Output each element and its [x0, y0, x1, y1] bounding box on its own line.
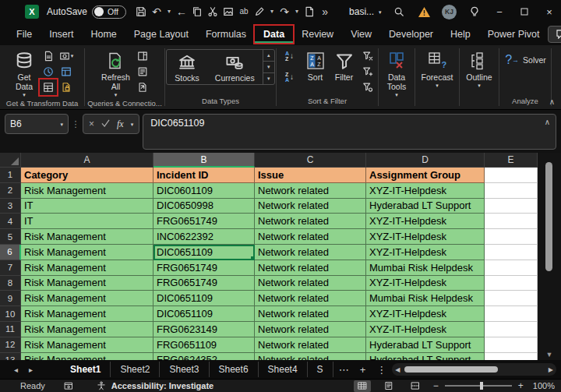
- cell-C5[interactable]: Network related: [255, 229, 366, 245]
- formula-bar[interactable]: DIC0651109 ∧: [143, 114, 556, 150]
- cell-C2[interactable]: Network related: [255, 183, 366, 199]
- row-header-11[interactable]: 11: [0, 322, 21, 337]
- cell-B10[interactable]: DIC0651109: [153, 306, 255, 322]
- cell-A2[interactable]: Risk Management: [21, 183, 153, 199]
- zoom-slider-thumb[interactable]: [480, 382, 483, 390]
- redo-icon[interactable]: ↷: [277, 5, 291, 19]
- cell-D4[interactable]: XYZ-IT-Helpdesk: [366, 214, 485, 229]
- clear-filter-icon[interactable]: [360, 49, 376, 63]
- formula-bar-handle[interactable]: ⋮: [72, 114, 79, 134]
- get-data-button[interactable]: Get Data ▾: [10, 48, 38, 99]
- cell-E8[interactable]: [485, 276, 538, 291]
- next-sheet-icon[interactable]: ▸: [29, 366, 33, 374]
- cell-B7[interactable]: FRG0651749: [153, 260, 255, 276]
- ribbon-tab-page-layout[interactable]: Page Layout: [125, 26, 197, 43]
- row-header-1[interactable]: 1: [0, 168, 21, 183]
- sheet-tab-sheet3[interactable]: Sheet3: [160, 362, 209, 377]
- cell-C7[interactable]: Network related: [255, 260, 366, 276]
- column-header-A[interactable]: A: [21, 153, 153, 168]
- zoom-level[interactable]: 100%: [533, 381, 555, 390]
- chevron-down-icon[interactable]: ▾: [165, 5, 173, 19]
- name-box[interactable]: B6 ▾: [5, 114, 69, 134]
- cell-C13[interactable]: Network related: [255, 353, 366, 360]
- cell-E12[interactable]: [485, 337, 538, 353]
- ribbon-tab-help[interactable]: Help: [442, 26, 479, 43]
- search-icon[interactable]: [392, 5, 406, 19]
- row-header-12[interactable]: 12: [0, 337, 21, 353]
- filter-button[interactable]: Filter: [331, 48, 358, 83]
- cell-B13[interactable]: FRG0624352: [153, 353, 255, 360]
- row-header-13[interactable]: 13: [0, 353, 21, 360]
- lightbulb-icon[interactable]: [468, 5, 482, 19]
- column-header-C[interactable]: C: [255, 153, 366, 168]
- cell-C8[interactable]: Network related: [255, 276, 366, 291]
- zoom-in-button[interactable]: +: [518, 380, 524, 391]
- gallery-expand-icon[interactable]: ▾: [263, 72, 274, 84]
- collapse-formula-bar-icon[interactable]: ∧: [545, 118, 550, 126]
- ribbon-tab-power-pivot[interactable]: Power Pivot: [479, 26, 549, 43]
- zoom-out-button[interactable]: −: [433, 380, 439, 391]
- previous-sheet-icon[interactable]: ◂: [14, 366, 18, 374]
- sheet-options-icon[interactable]: ⋮: [371, 364, 392, 376]
- find-replace-icon[interactable]: ab: [237, 5, 251, 19]
- edit-links-icon[interactable]: [135, 80, 150, 94]
- document-title[interactable]: basi... ▾: [349, 6, 382, 17]
- row-header-6[interactable]: 6: [0, 245, 21, 260]
- sheet-tab-s[interactable]: S: [308, 362, 333, 377]
- cell-E3[interactable]: [485, 199, 538, 214]
- select-all-button[interactable]: [0, 153, 21, 168]
- cell-C9[interactable]: Network related: [255, 291, 366, 306]
- cell-E10[interactable]: [485, 306, 538, 322]
- gallery-up-icon[interactable]: ▴: [263, 50, 274, 61]
- page-break-view-icon[interactable]: [407, 380, 424, 392]
- cell-E13[interactable]: [485, 353, 538, 360]
- ribbon-tab-view[interactable]: View: [342, 26, 380, 43]
- cell-E2[interactable]: [485, 183, 538, 199]
- undo-icon[interactable]: ↶: [150, 5, 164, 19]
- from-picture-icon[interactable]: ▾: [58, 49, 74, 63]
- row-header-10[interactable]: 10: [0, 306, 21, 322]
- sheet-tab-sheet6[interactable]: Sheet6: [210, 362, 259, 377]
- cell-A3[interactable]: IT: [21, 199, 153, 214]
- new-file-icon[interactable]: [302, 5, 316, 19]
- data-tools-button[interactable]: Data Tools ▾: [383, 48, 410, 99]
- collapse-ribbon-icon[interactable]: ∧: [549, 97, 555, 106]
- cell-E11[interactable]: [485, 322, 538, 337]
- cell-A12[interactable]: Risk Management: [21, 337, 153, 353]
- cell-D2[interactable]: XYZ-IT-Helpdesk: [366, 183, 485, 199]
- column-header-E[interactable]: E: [485, 153, 538, 168]
- column-header-B[interactable]: B: [153, 153, 255, 168]
- warning-icon[interactable]: [417, 5, 431, 19]
- ribbon-tab-developer[interactable]: Developer: [380, 26, 442, 43]
- cell-A13[interactable]: Risk Management: [21, 353, 153, 360]
- zoom-slider[interactable]: [445, 385, 512, 387]
- cell-B3[interactable]: DIC0650998: [153, 199, 255, 214]
- macro-record-icon[interactable]: [62, 380, 75, 391]
- row-header-2[interactable]: 2: [0, 183, 21, 199]
- cell-A10[interactable]: Risk Management: [21, 306, 153, 322]
- cancel-entry-icon[interactable]: ×: [89, 118, 94, 129]
- existing-connections-icon[interactable]: [58, 65, 74, 79]
- row-header-9[interactable]: 9: [0, 291, 21, 306]
- gallery-down-icon[interactable]: ▾: [263, 61, 274, 72]
- cell-B9[interactable]: DIC0651109: [153, 291, 255, 306]
- cell-E5[interactable]: [485, 229, 538, 245]
- cell-E9[interactable]: [485, 291, 538, 306]
- cell-B8[interactable]: FRG0651749: [153, 276, 255, 291]
- cell-C11[interactable]: Network related: [255, 322, 366, 337]
- ribbon-tab-data[interactable]: Data: [255, 26, 293, 43]
- vertical-scroll-thumb[interactable]: [545, 162, 552, 271]
- sort-button[interactable]: ZAAZ Sort: [302, 48, 329, 83]
- maximize-button[interactable]: [517, 5, 531, 19]
- cell-E7[interactable]: [485, 260, 538, 276]
- new-sheet-button[interactable]: +: [355, 364, 372, 376]
- cell-D8[interactable]: XYZ-IT-Helpdesk: [366, 276, 485, 291]
- ribbon-tab-formulas[interactable]: Formulas: [197, 26, 255, 43]
- save-icon[interactable]: [134, 5, 148, 19]
- autosave-switch[interactable]: Off: [92, 5, 126, 19]
- back-arrow-icon[interactable]: ←: [175, 5, 189, 19]
- cell-A5[interactable]: Risk Management: [21, 229, 153, 245]
- cell-A6[interactable]: Risk Management: [21, 245, 153, 260]
- cell-A9[interactable]: Risk Management: [21, 291, 153, 306]
- scroll-down-icon[interactable]: ▼: [546, 349, 553, 360]
